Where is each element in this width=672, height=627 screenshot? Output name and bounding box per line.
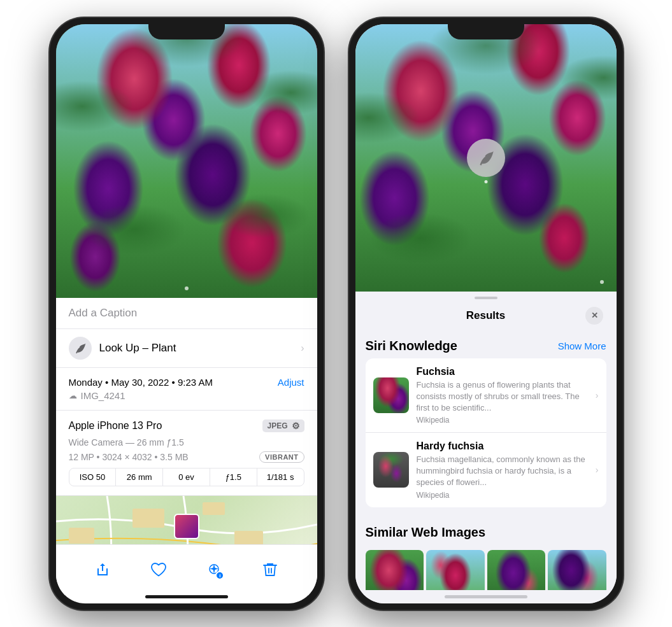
right-phone: Results ✕ Siri Knowledge Show More	[349, 18, 623, 610]
lookup-row[interactable]: Look Up – Plant ›	[56, 329, 317, 368]
filename-text: IMG_4241	[81, 390, 125, 401]
svg-rect-3	[203, 502, 225, 515]
knowledge-card: Fuchsia Fuchsia is a genus of flowering …	[366, 358, 606, 507]
similar-web-header: Similar Web Images	[366, 518, 606, 545]
right-photo-dot	[600, 280, 604, 284]
home-indicator	[145, 595, 228, 598]
photo-pagination-dot	[185, 286, 189, 290]
similar-image-2[interactable]	[426, 550, 485, 590]
map-photo-thumb	[174, 514, 199, 539]
fuchsia-thumbnail	[373, 377, 409, 413]
fuchsia-chevron-icon: ›	[596, 390, 599, 400]
right-photo-area[interactable]	[355, 24, 617, 292]
caption-section[interactable]: Add a Caption	[56, 298, 317, 329]
left-screen: Add a Caption Look Up – Plant › Monday •…	[56, 24, 317, 603]
fuchsia-description: Fuchsia is a genus of flowering plants t…	[417, 379, 588, 414]
exif-aperture: ƒ1.5	[210, 468, 257, 486]
exif-row: ISO 50 26 mm 0 ev ƒ1.5 1/181 s	[69, 468, 304, 486]
camera-name: Apple iPhone 13 Pro	[69, 420, 162, 432]
siri-knowledge-header: Siri Knowledge Show More	[366, 331, 606, 358]
hardy-description: Fuchsia magellanica, commonly known as t…	[417, 454, 588, 489]
fuchsia-source: Wikipedia	[417, 416, 588, 425]
fuchsia-info: Fuchsia Fuchsia is a genus of flowering …	[417, 366, 588, 425]
lookup-chevron-icon: ›	[301, 342, 304, 354]
knowledge-item-hardy[interactable]: Hardy fuchsia Fuchsia magellanica, commo…	[366, 433, 606, 507]
exif-iso: ISO 50	[69, 468, 117, 486]
date-row: Monday • May 30, 2022 • 9:23 AM Adjust	[69, 377, 304, 388]
right-screen: Results ✕ Siri Knowledge Show More	[355, 24, 617, 603]
hardy-thumbnail	[373, 452, 409, 488]
svg-rect-2	[234, 531, 263, 544]
heart-button[interactable]	[145, 556, 173, 584]
trash-icon	[263, 562, 277, 577]
similar-image-1[interactable]	[366, 550, 424, 590]
similar-web-title: Similar Web Images	[366, 525, 486, 540]
camera-settings-icon: ⚙	[292, 421, 300, 431]
right-home-indicator	[445, 595, 527, 598]
similar-web-section: Similar Web Images	[366, 518, 606, 590]
date-text: Monday • May 30, 2022 • 9:23 AM	[69, 377, 213, 388]
knowledge-item-fuchsia[interactable]: Fuchsia Fuchsia is a genus of flowering …	[366, 358, 606, 433]
mp-row: 12 MP • 3024 × 4032 • 3.5 MB VIBRANT	[69, 451, 304, 463]
left-phone: Add a Caption Look Up – Plant › Monday •…	[50, 18, 324, 610]
bottom-toolbar: i	[56, 544, 317, 595]
share-button[interactable]	[89, 556, 117, 584]
exif-ev: 0 ev	[163, 468, 210, 486]
hardy-chevron-icon: ›	[596, 465, 599, 475]
filename-row: ☁ IMG_4241	[69, 390, 304, 401]
show-more-button[interactable]: Show More	[558, 341, 606, 351]
vibrant-badge: VIBRANT	[259, 451, 304, 463]
close-button[interactable]: ✕	[585, 307, 603, 325]
fuchsia-name: Fuchsia	[417, 366, 588, 377]
info-button[interactable]: i	[200, 556, 228, 584]
cloud-icon: ☁	[69, 391, 77, 400]
trash-button[interactable]	[256, 556, 284, 584]
caption-placeholder[interactable]: Add a Caption	[69, 307, 138, 319]
siri-knowledge-title: Siri Knowledge	[366, 339, 457, 353]
photo-image	[56, 24, 317, 298]
hardy-name: Hardy fuchsia	[417, 440, 588, 452]
jpeg-badge: JPEG ⚙	[262, 419, 304, 432]
mp-text: 12 MP • 3024 × 4032 • 3.5 MB	[69, 452, 189, 462]
camera-lens: Wide Camera — 26 mm ƒ1.5	[69, 437, 304, 447]
results-content[interactable]: Siri Knowledge Show More Fuchsia Fuchsia…	[355, 331, 617, 590]
svg-rect-0	[69, 528, 94, 544]
camera-header: Apple iPhone 13 Pro JPEG ⚙	[69, 419, 304, 432]
siri-leaf-icon	[477, 149, 495, 167]
lookup-label: Look Up – Plant	[99, 342, 176, 355]
exif-focal: 26 mm	[116, 468, 163, 486]
results-title: Results	[466, 309, 505, 322]
adjust-button[interactable]: Adjust	[278, 377, 304, 388]
leaf-icon	[74, 342, 87, 355]
lookup-icon-container	[69, 337, 92, 360]
share-icon	[95, 562, 110, 577]
heart-icon	[150, 562, 167, 577]
camera-section: Apple iPhone 13 Pro JPEG ⚙ Wide Camera —…	[56, 411, 317, 496]
exif-shutter: 1/181 s	[257, 468, 304, 486]
map-area[interactable]	[56, 496, 317, 544]
date-info-section: Monday • May 30, 2022 • 9:23 AM Adjust ☁…	[56, 368, 317, 411]
siri-lookup-button[interactable]	[467, 139, 505, 177]
similar-image-4[interactable]	[548, 550, 606, 590]
similar-image-grid	[366, 550, 606, 590]
info-badge: i	[215, 571, 224, 580]
photo-display[interactable]	[56, 24, 317, 298]
similar-image-3[interactable]	[487, 550, 546, 590]
hardy-source: Wikipedia	[417, 491, 588, 500]
hardy-info: Hardy fuchsia Fuchsia magellanica, commo…	[417, 440, 588, 500]
results-panel: Results ✕ Siri Knowledge Show More	[355, 292, 617, 603]
results-header: Results ✕	[355, 299, 617, 331]
siri-dot	[484, 180, 487, 183]
svg-rect-1	[132, 509, 164, 528]
